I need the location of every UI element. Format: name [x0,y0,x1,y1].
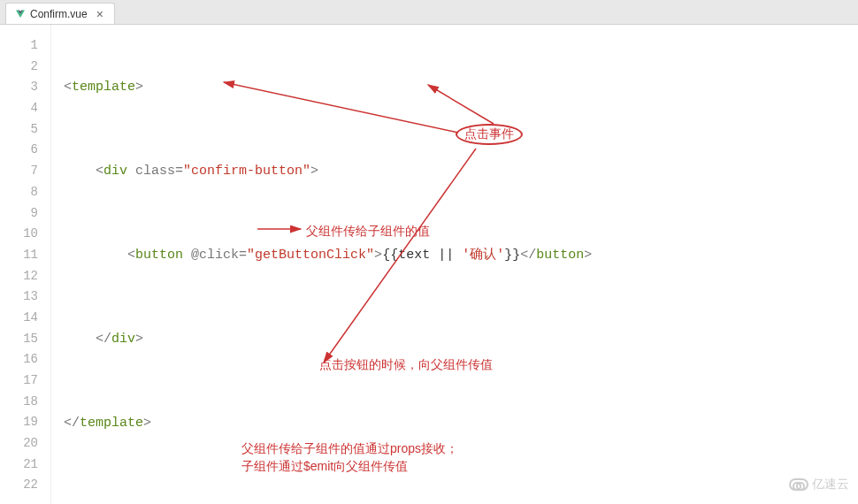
vue-icon [15,9,26,19]
close-icon[interactable]: × [95,7,105,21]
code-token: "getButtonClick" [247,248,374,263]
code-token: div [111,332,135,347]
line-number: 9 [0,203,38,225]
line-number: 12 [0,266,38,287]
line-number: 16 [0,349,38,370]
code-token: </ [64,416,80,431]
line-number: 14 [0,308,38,329]
watermark-text: 亿速云 [812,474,849,495]
code-token: </ [96,332,111,347]
code-token: > [143,416,151,431]
code-token: button [135,248,183,263]
line-number: 1 [0,35,38,57]
annotation-emit: 点击按钮的时候，向父组件传值 [319,355,493,376]
code-token: < [96,164,103,179]
line-gutter: 1 2 3 4 5 6 7 8 9 10 11 12 13 14 15 16 1… [0,25,51,504]
line-number: 4 [0,98,38,119]
line-number: 15 [0,329,38,350]
annotation-explain-2: 子组件通过$emit向父组件传值 [241,456,408,477]
annotation-oval-click-event: 点击事件 [456,124,523,145]
code-token: </ [520,248,536,263]
line-number: 10 [0,224,38,245]
line-number: 5 [0,119,38,141]
line-number: 6 [0,140,38,161]
code-token: '确认' [462,248,504,263]
annotation-props: 父组件传给子组件的值 [306,221,430,242]
line-number: 13 [0,286,38,308]
code-token: "confirm-button" [183,164,310,179]
code-area[interactable]: <template> <div class="confirm-button"> … [51,25,858,504]
line-number: 21 [0,454,38,476]
code-token: > [135,332,143,347]
line-number: 7 [0,161,38,182]
code-token: template [80,416,143,431]
code-token: div [103,164,127,179]
line-number: 17 [0,370,38,392]
code-token: < [127,248,135,263]
line-number: 20 [0,433,38,454]
code-token: class= [135,164,183,179]
line-number: 22 [0,475,38,496]
line-number: 11 [0,245,38,266]
code-token: template [72,80,135,95]
code-token [183,248,191,263]
code-editor[interactable]: 1 2 3 4 5 6 7 8 9 10 11 12 13 14 15 16 1… [0,25,858,504]
annotation-text: 点击事件 [464,124,514,145]
code-token: > [310,164,318,179]
line-number: 3 [0,77,38,98]
tab-filename: Confirm.vue [30,8,88,20]
code-token: button [536,248,584,263]
code-token: > [584,248,592,263]
line-number: 8 [0,182,38,203]
line-number: 2 [0,57,38,78]
line-number: 18 [0,392,38,413]
code-token: > [374,248,382,263]
code-token: > [135,80,143,95]
line-number: 19 [0,412,38,433]
code-token: @click= [191,248,247,263]
watermark-icon [789,478,808,491]
code-token: }} [504,248,520,263]
file-tab[interactable]: Confirm.vue × [5,3,115,24]
watermark: 亿速云 [789,474,849,495]
code-token: < [64,80,72,95]
code-token [127,164,135,179]
code-token: {{text || [382,248,462,263]
tab-bar: Confirm.vue × [0,0,858,25]
